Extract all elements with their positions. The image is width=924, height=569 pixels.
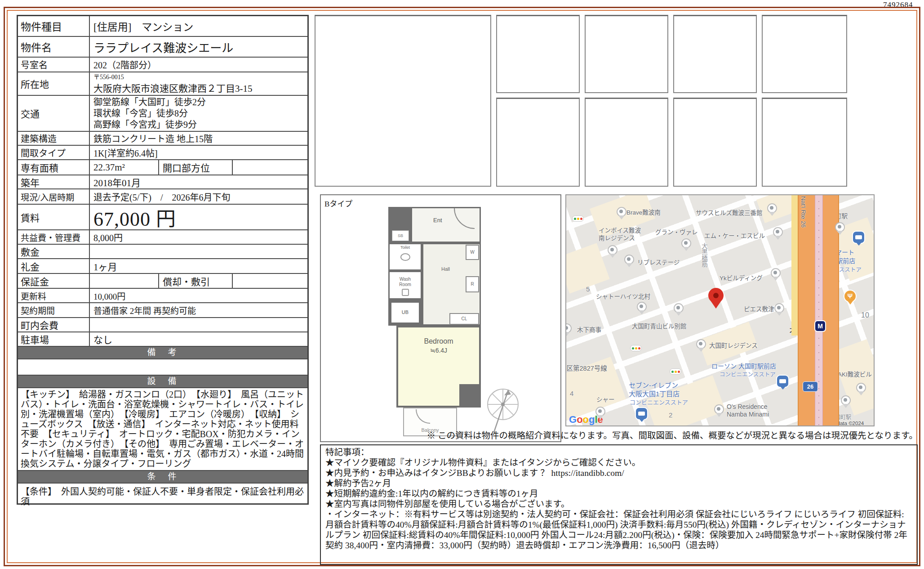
floorplan-washer: W [466,245,479,260]
traffic-light-icon [572,215,584,222]
table-row-parking: 駐車場 なし [18,332,307,346]
table-row-property-type: 物件種目 [住居用] マンション [18,16,307,36]
transport-line: 環状線「今宮」徒歩8分 [93,108,304,119]
row-label: 建築構造 [18,132,90,145]
floorplan-refrigerator: R [466,276,479,292]
notes-title: 特記事項： [325,447,912,457]
table-row-renewal-fee: 更新料 10,000円 [18,288,307,302]
row-value: 202（2階部分） [90,57,307,72]
notes-paragraph: ・インターネット：※有料サービス等は別途契約・法人契約可・保証会社：保証会社利用… [325,509,912,551]
special-notes-box: 特記事項： ★マイソク要確認『オリジナル物件資料』またはイタンジからご確認くださ… [320,444,918,565]
row-label: 交通 [18,96,90,131]
side-road [791,194,798,336]
row-value: なし [90,332,307,347]
map-pin-icon [637,302,647,312]
table-row-rent: 賃料 67,000 円 [18,204,307,229]
table-row-built-year: 築年 2018年01月 [18,175,307,188]
map-pin-icon [608,245,617,255]
bedroom-label: Bedroom [398,337,479,345]
row-value: 鉄筋コンクリート造 地上15階 [90,131,307,146]
table-row-deposit: 敷金 [18,244,307,258]
row-label: 賃料 [18,205,90,229]
row-value: 普通借家 2年間 再契約可能 [90,303,307,317]
row-label: 町内会費 [18,318,90,332]
map-label: シャトーハイツ北村 [596,293,650,300]
metro-station-icon: M [815,321,825,331]
row-label: 現況/入居時期 [18,189,90,204]
traffic-light-icon [670,368,681,375]
table-row-transport: 交通 御堂筋線「大国町」徒歩2分 環状線「今宮」徒歩8分 高野線「今宮戎」徒歩9… [18,95,307,131]
amortization-value [233,280,307,282]
map-label: インボイス難波南レジデンス [599,227,645,242]
map-label: ピエス敷津 [744,305,774,313]
convenience-store-icon [853,232,864,243]
row-label: 専有面積 [18,160,90,175]
map-pin-icon [774,303,784,313]
notes-line: ★マイソク要確認『オリジナル物件資料』またはイタンジからご確認ください。 [325,457,912,468]
opening-direction-value [233,166,307,168]
compass-icon [480,382,525,436]
block-number: 2 [669,411,672,419]
row-label: 駐車場 [18,332,90,346]
map-pin-icon [841,395,851,405]
floorplan-type-label: Bタイプ [324,197,352,209]
map-pin-icon [767,203,777,213]
table-row-room: 号室名 202（2階部分） [18,57,307,72]
map-pin-icon [856,383,866,393]
floorplan-ub-outer: UB [388,300,422,326]
floorplan-toilet: Toilet [388,243,422,271]
poi-label: 大阪大国1丁目店 [629,390,680,398]
row-label: 共益費・管理費 [18,230,90,244]
row-label: 間取タイプ [18,146,90,159]
map-label: 大国町レジデンス [709,342,758,349]
notes-line: ★解約予告2ヶ月 [325,478,912,488]
photo-placeholder [496,15,580,93]
photo-placeholder [673,15,757,93]
rent-value: 67,000 円 [90,202,307,233]
map-label: エム・ケー・エスビル [704,232,765,240]
hall-label: Hall [441,266,450,272]
photo-placeholder [762,98,847,187]
floorplan-shoebox: SB [392,230,409,241]
table-row-guarantee: 保証金 償却・敷引 [18,273,307,288]
block-number: 10 [861,311,869,319]
poi-label: ローソン 大国町駅前店 [711,362,776,370]
row-label: 更新料 [18,289,90,302]
table-row-property-name: 物件名 ララプレイス難波シエール [18,36,307,57]
toilet-icon [400,253,410,261]
row-value [90,251,307,252]
notes-line: ★室内写真は同物件別部屋を使用している場合がございます。 [325,499,912,509]
table-row-address: 所在地 〒556-0015 大阪府大阪市浪速区敷津西２丁目3-15 [18,72,307,95]
route-26-label: Nat'l Rte 26 [800,196,807,228]
row-label: 築年 [18,175,90,188]
row-value [90,324,307,326]
section-header-conditions: 条 件 [18,470,307,483]
road-name-label: 速区第2827号線 [565,365,607,372]
map-label: Ykビルディング [720,274,763,282]
transport-line: 高野線「今宮戎」徒歩9分 [93,119,304,130]
notes-line: ★内見予約・お申込みはイタンジBBよりお願いします ？ https://itan… [325,468,912,478]
balcony-door-arc [416,409,430,424]
row-label: 保証金 [18,274,90,288]
map-label: 木下商事 [577,326,601,334]
row-value: 1ヶ月 [90,259,307,274]
row-value: 1K[洋室約6.4帖] [90,145,307,160]
postal-code: 〒556-0015 [93,72,304,81]
map-label: シャー [596,396,615,403]
row-label: 契約期間 [18,303,90,317]
convenience-store-icon [777,376,788,387]
equipment-text: 【キッチン】 給湯器・ガスコンロ（2口） 【水廻り】 風呂（ユニットバス）・トイ… [18,387,307,470]
floorplan-pillar [459,384,481,408]
map-disclaimer: ※ この資料は物件の概略紹介資料になります。写真、間取図面、設備、概要などが現況… [386,428,918,441]
table-row-area: 専有面積 22.37m² 開口部方位 [18,159,307,175]
conditions-text: 【条件】 外国人契約可能・保証人不要・単身者限定・保証会社利用必須 [18,483,307,503]
route-shield-icon: 26 [803,381,818,392]
amortization-label: 償却・敷引 [158,274,233,288]
restaurant-icon: Ψ [844,291,856,302]
transport-line: 御堂筋線「大国町」徒歩2分 [93,97,304,108]
map-pin-icon [624,255,634,264]
map-pin-icon [835,222,845,232]
road-name-label: 大黒橋筋 [700,243,708,267]
table-row-common-fee: 共益費・管理費 8,000円 [18,229,307,244]
opening-direction-label: 開口部方位 [158,160,233,175]
